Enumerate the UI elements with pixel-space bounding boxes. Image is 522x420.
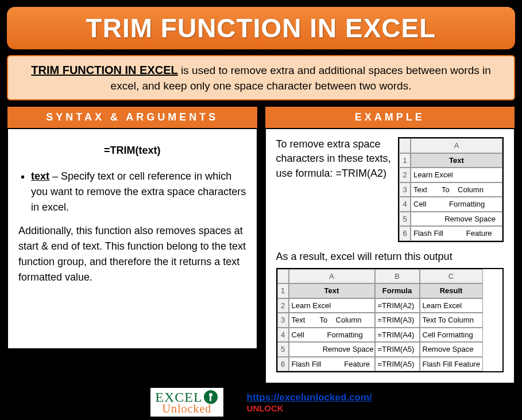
table-row-head: 3 <box>399 182 411 197</box>
logo: EXCEL Unlocked <box>150 387 223 417</box>
page-title: TRIM FUNCTION IN EXCEL <box>7 13 515 44</box>
table-cell: =TRIM(A5) <box>375 342 420 357</box>
table-cell: =TRIM(A5) <box>375 357 420 372</box>
table-row-head: 4 <box>399 197 411 212</box>
argument-list: text – Specify text or cell reference in… <box>18 169 246 215</box>
syntax-heading: SYNTAX & ARGUMENTS <box>7 106 258 128</box>
table-cell: Text To Column <box>411 182 502 197</box>
columns: SYNTAX & ARGUMENTS =TRIM(text) text – Sp… <box>7 106 515 384</box>
table-row-head: 4 <box>277 328 289 343</box>
table-header-cell: Formula <box>375 283 420 298</box>
table-row-head: 5 <box>277 342 289 357</box>
table-row-head: 6 <box>277 357 289 372</box>
table-col-head: A <box>411 138 502 153</box>
table-row-head: 1 <box>399 153 411 168</box>
table-cell: Text To Column <box>289 313 375 328</box>
example-heading: EXAMPLE <box>265 106 516 128</box>
footer-link-block: https://excelunlocked.com/ UNLOCK <box>247 392 372 413</box>
table-cell: Remove Space <box>420 342 483 357</box>
example-output-table: ABC1TextFormulaResult2Learn Excel=TRIM(A… <box>276 268 504 373</box>
intro-lead: TRIM FUNCTION IN EXCEL <box>31 64 178 76</box>
table-cell: Cell Formatting <box>420 328 483 343</box>
page: TRIM FUNCTION IN EXCEL TRIM FUNCTION IN … <box>7 7 515 417</box>
footer: EXCEL Unlocked https://excelunlocked.com… <box>7 387 515 417</box>
table-row-head: 1 <box>277 283 289 298</box>
table-cell: =TRIM(A2) <box>375 298 420 313</box>
example-body: To remove extra space characters in thes… <box>265 128 516 384</box>
table-header-cell: Text <box>411 153 502 168</box>
table-row-head: 5 <box>399 212 411 227</box>
table-corner <box>277 269 289 284</box>
syntax-column: SYNTAX & ARGUMENTS =TRIM(text) text – Sp… <box>7 106 258 384</box>
table-cell: =TRIM(A3) <box>375 313 420 328</box>
table-cell: Text To Column <box>420 313 483 328</box>
table-cell: Learn Excel <box>411 168 502 182</box>
argument-desc: – Specify text or cell reference in whic… <box>31 170 246 213</box>
syntax-formula: =TRIM(text) <box>18 143 246 158</box>
example-result-text: As a result, excel will return this outp… <box>276 249 504 265</box>
logo-unlocked-text: Unlocked <box>163 403 212 414</box>
example-column: EXAMPLE To remove extra space characters… <box>265 106 516 384</box>
intro-text: TRIM FUNCTION IN EXCEL is used to remove… <box>31 64 491 92</box>
table-cell: Remove Space <box>411 212 502 227</box>
table-cell: Remove Space <box>289 342 375 357</box>
table-cell: Cell Formatting <box>411 197 502 212</box>
argument-text: text – Specify text or cell reference in… <box>31 169 246 215</box>
table-cell: Flash Fill Feature <box>289 357 375 372</box>
example-top-text: To remove extra space characters in thes… <box>276 137 393 181</box>
table-cell: Flash Fill Feature <box>420 357 483 372</box>
argument-name: text <box>31 170 49 182</box>
table-header-cell: Result <box>420 283 483 298</box>
table-cell: =TRIM(A4) <box>375 328 420 343</box>
table-col-head: C <box>420 269 483 284</box>
table-cell: Learn Excel <box>420 298 483 313</box>
intro-box: TRIM FUNCTION IN EXCEL is used to remove… <box>7 55 515 100</box>
table-header-cell: Text <box>289 283 375 298</box>
table-row-head: 2 <box>277 298 289 313</box>
table-row-head: 2 <box>399 168 411 182</box>
table-cell: Flash Fill Feature <box>411 226 502 241</box>
example-top-row: To remove extra space characters in thes… <box>276 137 504 242</box>
table-row-head: 3 <box>277 313 289 328</box>
table-cell: Learn Excel <box>289 298 375 313</box>
footer-unlock-text: UNLOCK <box>247 403 372 413</box>
table-row-head: 6 <box>399 226 411 241</box>
example-input-table: A1Text2Learn Excel3Text To Column4Cell F… <box>398 137 504 242</box>
table-cell: Cell Formatting <box>289 328 375 343</box>
keyhole-icon <box>204 390 218 404</box>
syntax-body: =TRIM(text) text – Specify text or cell … <box>7 128 258 349</box>
title-banner: TRIM FUNCTION IN EXCEL <box>7 7 515 49</box>
syntax-note: Additionally, this function also removes… <box>18 223 246 285</box>
table-corner <box>399 138 411 153</box>
footer-link[interactable]: https://excelunlocked.com/ <box>247 392 372 403</box>
table-col-head: A <box>289 269 375 284</box>
table-col-head: B <box>375 269 420 284</box>
